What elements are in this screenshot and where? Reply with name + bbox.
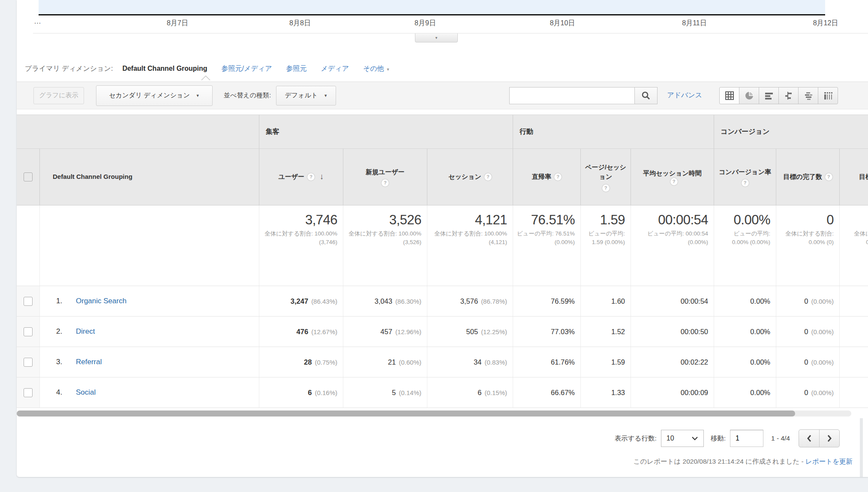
goal-completions-cell: 0(0.00%) xyxy=(776,377,839,407)
avg-duration-value: 00:00:09 xyxy=(681,389,708,397)
row-checkbox[interactable] xyxy=(24,297,33,306)
table-search: アドバンス xyxy=(509,87,838,104)
help-icon[interactable]: ? xyxy=(742,179,749,187)
avg-duration-value: 00:00:50 xyxy=(681,328,708,336)
search-input[interactable] xyxy=(509,87,634,104)
horizontal-scrollbar-track[interactable] xyxy=(17,411,851,417)
sessions-value: 3,576 xyxy=(460,297,478,305)
conversion-rate-value: 0.00% xyxy=(750,358,770,366)
plot-rows-label: グラフに表示 xyxy=(39,91,78,100)
select-all-checkbox[interactable] xyxy=(24,172,33,181)
users-value: 6 xyxy=(308,389,312,397)
sort-type-button[interactable]: デフォルト ▼ xyxy=(276,86,336,106)
conversion-rate-value: 0.00% xyxy=(750,389,770,397)
row-checkbox[interactable] xyxy=(24,358,33,367)
goal-value-cell: $0.00 xyxy=(839,377,868,407)
secondary-dimension-button[interactable]: セカンダリ ディメンション ▼ xyxy=(96,85,213,106)
dimension-link-other[interactable]: その他▼ xyxy=(363,64,390,73)
conversion-rate-cell: 0.00% xyxy=(714,286,776,316)
header-goal-value[interactable]: 目標値 ? xyxy=(839,149,868,205)
refresh-report-link[interactable]: レポートを更新 xyxy=(805,458,853,465)
advanced-search-link[interactable]: アドバンス xyxy=(667,91,702,100)
rows-per-page-value: 10 xyxy=(667,435,674,442)
header-avg-session-duration[interactable]: 平均セッション時間 ? xyxy=(631,149,714,205)
help-icon[interactable]: ? xyxy=(307,173,315,181)
header-pages-session[interactable]: ページ/セッション ? xyxy=(580,149,631,205)
help-icon[interactable]: ? xyxy=(554,173,562,181)
chart-area-bottom xyxy=(39,0,825,14)
previous-page-button[interactable] xyxy=(799,430,819,447)
dimension-link-source[interactable]: 参照元 xyxy=(286,64,307,73)
help-icon[interactable]: ? xyxy=(670,178,678,185)
goal-completions-value: 0 xyxy=(804,297,808,305)
summary-conversion-rate-sub: ビューの平均: 0.00% (0.00%) xyxy=(717,229,770,247)
group-header-behavior: 行動 xyxy=(513,115,714,149)
rows-per-page-select[interactable]: 10 xyxy=(661,430,704,447)
sort-type-label: 並べ替えの種類: xyxy=(224,91,271,100)
axis-date-label: 8月12日 xyxy=(813,19,838,28)
sessions-cell: 3,576(86.78%) xyxy=(427,286,513,316)
view-term-cloud-button[interactable] xyxy=(798,87,818,104)
pages-session-cell: 1.59 xyxy=(580,347,631,377)
pages-session-value: 1.33 xyxy=(611,389,625,397)
row-checkbox[interactable] xyxy=(24,388,33,397)
view-table-button[interactable] xyxy=(719,87,739,104)
summary-goal-value-sub: 全体に対する割合: 0.00% ($0.00) xyxy=(842,229,868,247)
header-new-users[interactable]: 新規ユーザー ? xyxy=(343,149,427,205)
help-icon[interactable]: ? xyxy=(381,179,389,187)
report-generated-text: このレポートは 2020/08/13 21:14:24 に作成されました - xyxy=(634,458,805,465)
next-page-button[interactable] xyxy=(819,430,839,447)
view-performance-button[interactable] xyxy=(759,87,779,104)
axis-ellipsis-label: … xyxy=(34,17,41,26)
vertical-scrollbar[interactable] xyxy=(860,418,863,477)
users-value: 28 xyxy=(304,358,312,366)
users-column-label: ユーザー xyxy=(278,172,304,182)
channel-link-direct[interactable]: Direct xyxy=(76,327,95,336)
dimension-link-medium[interactable]: メディア xyxy=(321,64,349,73)
help-icon[interactable]: ? xyxy=(825,173,832,181)
view-percentage-button[interactable] xyxy=(739,87,759,104)
goto-page-input[interactable] xyxy=(730,430,763,447)
sessions-pct: (0.83%) xyxy=(484,359,507,366)
conversion-rate-cell: 0.00% xyxy=(714,377,776,407)
search-button[interactable] xyxy=(634,87,658,104)
chevron-down-icon: ▼ xyxy=(324,94,327,98)
table-toolbar: グラフに表示 セカンダリ ディメンション ▼ 並べ替えの種類: デフォルト ▼ … xyxy=(17,81,868,109)
plot-rows-button[interactable]: グラフに表示 xyxy=(33,87,84,104)
header-bounce-rate[interactable]: 直帰率 ? xyxy=(513,149,580,205)
summary-conversion-rate-value: 0.00% xyxy=(717,212,770,228)
row-checkbox[interactable] xyxy=(24,327,33,336)
help-icon[interactable]: ? xyxy=(602,184,610,192)
summary-users-value: 3,746 xyxy=(262,212,337,228)
header-goal-completions[interactable]: 目標の完了数 ? xyxy=(776,149,839,205)
horizontal-scrollbar-thumb[interactable] xyxy=(17,411,795,417)
report-table: 集客 行動 コンバージョン Default Channel Grouping ユ… xyxy=(17,115,868,408)
search-icon xyxy=(641,91,651,100)
new-users-value: 21 xyxy=(388,358,396,366)
dimension-active-default-channel-grouping[interactable]: Default Channel Grouping xyxy=(122,65,207,72)
view-comparison-button[interactable] xyxy=(778,87,799,104)
channel-link-referral[interactable]: Referral xyxy=(76,358,102,366)
channel-link-organic-search[interactable]: Organic Search xyxy=(76,297,126,305)
summary-sessions-sub: 全体に対する割合: 100.00% (4,121) xyxy=(430,229,507,247)
chart-x-axis xyxy=(39,14,825,15)
dimension-link-source-medium[interactable]: 参照元/メディア xyxy=(222,64,272,73)
conversion-rate-cell: 0.00% xyxy=(714,317,776,347)
new-users-value: 457 xyxy=(381,328,393,336)
collapse-chart-button[interactable]: ▼ xyxy=(415,33,458,42)
new-users-value: 5 xyxy=(392,389,396,397)
sessions-value: 6 xyxy=(478,389,481,397)
users-value: 3,247 xyxy=(291,297,308,305)
header-default-channel-grouping[interactable]: Default Channel Grouping xyxy=(39,149,259,205)
channel-link-social[interactable]: Social xyxy=(76,388,96,397)
header-conversion-rate[interactable]: コンバージョン率 ? xyxy=(714,149,776,205)
goal-completions-value: 0 xyxy=(804,389,808,397)
goal-value-cell: $0.00 xyxy=(839,347,868,377)
header-users[interactable]: ユーザー ? ↓ xyxy=(259,149,343,205)
new-users-column-label: 新規ユーザー xyxy=(366,167,405,177)
view-pivot-button[interactable] xyxy=(818,87,838,104)
help-icon[interactable]: ? xyxy=(484,173,492,181)
goal-completions-pct: (0.00%) xyxy=(811,328,834,335)
avg-duration-value: 00:00:54 xyxy=(681,297,708,305)
header-sessions[interactable]: セッション ? xyxy=(427,149,513,205)
